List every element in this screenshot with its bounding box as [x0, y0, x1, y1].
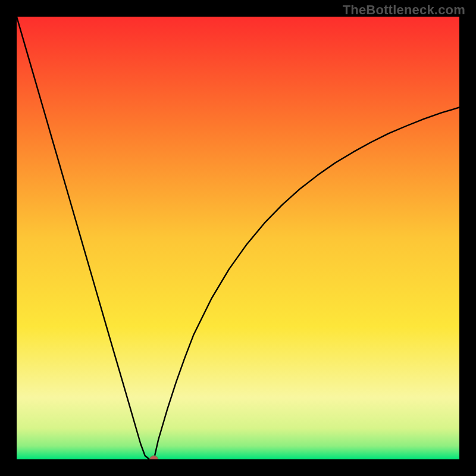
gradient-background — [17, 17, 459, 459]
plot-area — [17, 17, 459, 459]
chart-frame: TheBottleneck.com — [0, 0, 476, 476]
watermark-text: TheBottleneck.com — [343, 2, 465, 18]
plot-svg — [17, 17, 459, 459]
